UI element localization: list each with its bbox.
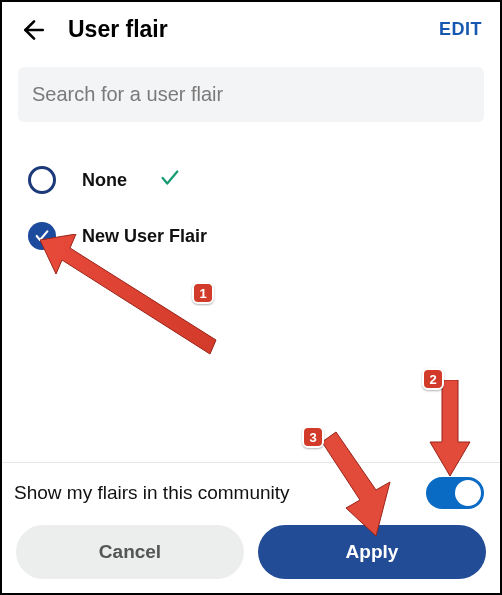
radio-selected-icon	[28, 222, 56, 250]
edit-button[interactable]: EDIT	[439, 19, 482, 40]
header-bar: User flair EDIT	[2, 2, 500, 57]
radio-unselected-icon	[28, 166, 56, 194]
annotation-badge-2: 2	[422, 368, 444, 390]
show-flairs-label: Show my flairs in this community	[14, 482, 426, 504]
bottom-panel: Show my flairs in this community Cancel …	[2, 462, 500, 593]
cancel-button[interactable]: Cancel	[16, 525, 244, 579]
show-flairs-toggle[interactable]	[426, 477, 484, 509]
flair-option-label: None	[82, 170, 127, 191]
flair-option-none[interactable]: None	[18, 152, 484, 208]
back-arrow-icon[interactable]	[20, 17, 46, 43]
page-title: User flair	[68, 16, 439, 43]
button-row: Cancel Apply	[2, 521, 500, 593]
checkmark-icon	[159, 167, 181, 193]
search-container	[2, 57, 500, 128]
annotation-badge-1: 1	[192, 282, 214, 304]
apply-button[interactable]: Apply	[258, 525, 486, 579]
flair-options-list: None New User Flair	[2, 128, 500, 264]
flair-option-new-user-flair[interactable]: New User Flair	[18, 208, 484, 264]
flair-option-label: New User Flair	[82, 226, 207, 247]
annotation-badge-3: 3	[302, 426, 324, 448]
search-input[interactable]	[18, 67, 484, 122]
show-flairs-row: Show my flairs in this community	[2, 463, 500, 521]
toggle-knob	[455, 480, 481, 506]
